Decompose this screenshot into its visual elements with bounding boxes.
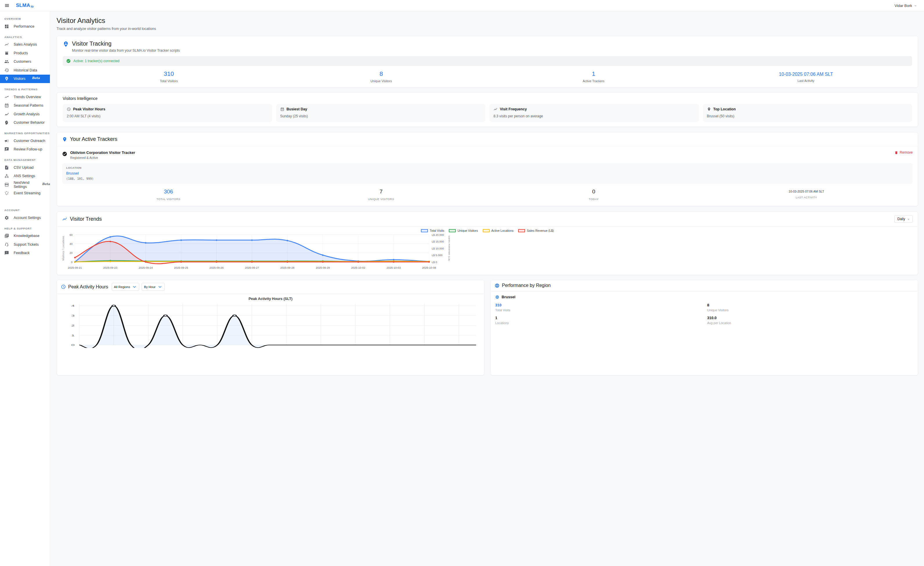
tracker-stat-unique-visitors: 7 UNIQUE VISITORS: [275, 188, 462, 201]
sidebar-item-account-settings[interactable]: Account Settings: [0, 214, 50, 222]
storefront-icon: [4, 182, 9, 187]
person-pin-icon: [63, 41, 69, 47]
sidebar: OVERVIEW Performance ANALYTICS Sales Ana…: [0, 11, 50, 283]
sidebar-item-growth-analysis[interactable]: Growth Analysis: [0, 110, 50, 119]
visitor-tracking-card: Visitor Tracking Monitor real-time visit…: [57, 36, 462, 88]
trending-up-icon: [4, 42, 9, 47]
calendar-icon: [280, 107, 284, 111]
visitors-intelligence-card: Visitors Intelligence Peak Visitor Hours…: [57, 92, 462, 127]
intel-peak-visitor-hours: Peak Visitor Hours 2:00 AM SLT (4 visits…: [63, 104, 272, 122]
sidebar-item-event-streaming[interactable]: Event Streaming: [0, 189, 50, 198]
calendar-icon: [4, 103, 9, 108]
svg-text:2025-09-21: 2025-09-21: [68, 266, 82, 269]
tracker-row: Oblivion Corporation Visitor Tracker Reg…: [57, 146, 462, 206]
svg-text:2025-09-25: 2025-09-25: [174, 266, 188, 269]
sidebar-item-products[interactable]: Products: [0, 49, 50, 57]
sidebar-item-review-follow-up[interactable]: Review Follow-up: [0, 145, 50, 154]
svg-text:60: 60: [69, 233, 72, 236]
books-icon: [4, 233, 9, 238]
visitor-tracking-subtitle: Monitor real-time visitor data from your…: [72, 48, 180, 53]
sidebar-item-support-tickets[interactable]: Support Tickets: [0, 240, 50, 249]
sidebar-item-seasonal-patterns[interactable]: Seasonal Patterns: [0, 101, 50, 110]
logo-suffix: io: [31, 5, 34, 8]
pin-icon: [62, 137, 67, 142]
person-pin-icon: [4, 76, 9, 81]
trending-up-icon: [62, 216, 67, 221]
location-coordinates: (188, 101, 999): [66, 177, 462, 180]
sidebar-item-feedback[interactable]: Feedback: [0, 249, 50, 257]
section-analytics: ANALYTICS: [0, 34, 50, 41]
svg-text:40: 40: [69, 242, 72, 245]
active-trackers-card: Your Active Trackers Oblivion Corporatio…: [57, 132, 462, 206]
stat-unique-visitors: 8 Unique Visitors: [275, 70, 462, 83]
svg-text:2025-10-02: 2025-10-02: [351, 266, 365, 269]
peak-activity-card: Peak Activity Hours All Regions By Hour …: [57, 280, 462, 283]
sidebar-item-nextvend-settings[interactable]: NextVend Settings Beta: [0, 180, 50, 189]
active-trackers-title: Your Active Trackers: [70, 136, 117, 142]
legend-swatch: [449, 229, 456, 232]
svg-text:L$ 0: L$ 0: [432, 260, 437, 264]
svg-text:2025-09-29: 2025-09-29: [316, 266, 330, 269]
svg-text:2025-09-23: 2025-09-23: [103, 266, 117, 269]
legend-label: Total Visits: [430, 229, 444, 232]
svg-text:L$ 15.000: L$ 15.000: [432, 240, 444, 243]
people-icon: [4, 59, 9, 64]
gear-icon: [4, 215, 9, 220]
sidebar-item-knowledgebase[interactable]: Knowledgebase: [0, 232, 50, 241]
check-circle-icon: [66, 59, 71, 63]
sidebar-item-historical-data[interactable]: Historical Data: [0, 66, 50, 75]
section-marketing: MARKETING OPPORTUNITIES: [0, 130, 50, 137]
legend-item[interactable]: Total Visits: [421, 229, 444, 232]
visitors-intelligence-title: Visitors Intelligence: [63, 96, 462, 101]
sidebar-item-customer-outreach[interactable]: Customer Outreach: [0, 137, 50, 145]
chart-legend: Total VisitsUnique VisitorsActive Locati…: [61, 229, 462, 232]
svg-text:L$ 5.000: L$ 5.000: [432, 253, 442, 257]
svg-text:Visitors / Locations: Visitors / Locations: [62, 236, 65, 260]
tracker-location-box: LOCATION Brussel (188, 101, 999): [62, 163, 462, 184]
section-data-management: DATA MANAGEMENT: [0, 157, 50, 163]
beta-badge: Beta: [42, 182, 50, 185]
svg-text:0: 0: [71, 260, 72, 264]
topbar: SLMA io Vidar Bork: [0, 0, 462, 11]
legend-label: Unique Visitors: [458, 229, 462, 232]
visitor-tracking-title: Visitor Tracking: [72, 41, 180, 47]
legend-swatch: [421, 229, 428, 232]
megaphone-icon: [4, 138, 9, 143]
svg-text:Sales Revenue (L$): Sales Revenue (L$): [448, 235, 450, 261]
main-content: Visitor Analytics Track and analyze visi…: [50, 11, 462, 283]
upload-file-icon: [4, 165, 9, 170]
multiline-chart-icon: [4, 95, 9, 99]
svg-text:2025-09-24: 2025-09-24: [139, 266, 153, 269]
section-trends-patterns: TRENDS & PATTERNS: [0, 87, 50, 93]
sidebar-item-trends-overview[interactable]: Trends Overview: [0, 93, 50, 101]
menu-icon[interactable]: [4, 3, 10, 8]
stat-total-visitors: 310 Total Visitors: [63, 70, 275, 83]
location-label: LOCATION: [66, 166, 462, 169]
page-title: Visitor Analytics: [57, 17, 462, 25]
visitor-trends-chart: 0204060L$ 0L$ 5.000L$ 10.000L$ 15.000L$ …: [61, 232, 450, 271]
sidebar-item-ans-settings[interactable]: ANS Settings: [0, 172, 50, 181]
svg-text:2025-09-27: 2025-09-27: [245, 266, 259, 269]
sidebar-item-csv-upload[interactable]: CSV Upload: [0, 163, 50, 172]
visitor-trends-card: Visitor Trends Daily Total VisitsUnique …: [57, 211, 462, 275]
rate-review-icon: [4, 147, 9, 152]
svg-text:20: 20: [69, 251, 72, 254]
page-subtitle: Track and analyze visitor patterns from …: [57, 27, 462, 31]
sidebar-item-performance[interactable]: Performance: [0, 22, 50, 31]
sidebar-item-sales-analysis[interactable]: Sales Analysis: [0, 41, 50, 49]
dashboard-icon: [4, 24, 9, 29]
check-circle-icon: [62, 151, 67, 157]
tracker-status-banner: Active: 1 tracker(s) connected: [63, 56, 462, 66]
tracker-registration-status: Registered & Active: [70, 156, 135, 160]
psychology-icon: [4, 120, 9, 125]
sidebar-item-visitors[interactable]: Visitors Beta: [0, 75, 50, 83]
clock-icon: [67, 107, 71, 111]
section-account: ACCOUNT: [0, 207, 50, 214]
app-logo[interactable]: SLMA io: [16, 3, 34, 8]
location-link[interactable]: Brussel: [66, 171, 462, 175]
svg-text:2025-10-08: 2025-10-08: [422, 266, 436, 269]
sidebar-item-customer-behavior[interactable]: Customer Behavior: [0, 119, 50, 127]
legend-item[interactable]: Unique Visitors: [449, 229, 462, 232]
visitor-trends-title: Visitor Trends: [70, 216, 102, 222]
sidebar-item-customers[interactable]: Customers: [0, 57, 50, 66]
